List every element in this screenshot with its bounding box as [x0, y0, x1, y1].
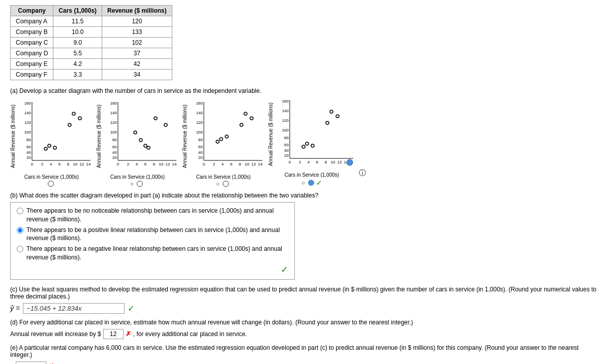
radio-empty-1[interactable]	[48, 181, 54, 187]
svg-text:2: 2	[127, 162, 130, 167]
svg-text:12: 12	[252, 162, 256, 167]
svg-text:4: 4	[50, 162, 52, 167]
mcq-option-2-text: There appears to be a negative linear re…	[26, 245, 288, 262]
svg-point-95	[302, 145, 305, 148]
y-axis-label-2: Annual Revenue ($ millions)	[96, 105, 102, 168]
svg-text:60: 60	[198, 145, 203, 149]
scatter-chart-3: Annual Revenue ($ millions) 160 140 120 …	[182, 100, 265, 187]
svg-point-20	[68, 123, 71, 126]
part-b-label: (b) What does the scatter diagram develo…	[10, 192, 600, 199]
svg-text:2: 2	[213, 162, 216, 167]
svg-text:120: 120	[282, 118, 289, 123]
svg-text:60: 60	[284, 143, 289, 147]
svg-text:140: 140	[196, 111, 203, 115]
svg-text:100: 100	[282, 128, 289, 133]
svg-text:100: 100	[24, 130, 32, 135]
part-c-label: (c) Use the least squares method to deve…	[10, 286, 600, 300]
table-row: Company A11.5120	[11, 16, 172, 27]
mcq-radio-2[interactable]	[17, 246, 23, 252]
svg-text:140: 140	[110, 111, 117, 115]
cell-cars: 11.5	[53, 16, 102, 27]
svg-point-67	[244, 112, 247, 115]
svg-text:140: 140	[24, 111, 32, 115]
scatter-svg-2: 160 140 120 100 80 60 40 20 0 2 4 6 8 10…	[103, 100, 179, 173]
svg-text:0: 0	[117, 162, 119, 167]
part-d-text1: Annual revenue will increase by $	[10, 330, 101, 338]
table-row: Company E4.242	[11, 59, 172, 70]
part-e-input[interactable]	[16, 361, 46, 364]
cell-company: Company F	[11, 70, 53, 80]
equation-input[interactable]	[23, 303, 125, 314]
scatter-plots-row: Annual Revenue ($ millions) 160 140 120 …	[10, 97, 600, 187]
chart3-circle-icon: ○	[216, 181, 220, 187]
scatter-svg-4: 160 140 120 100 80 60 40 20 0 2 4 6 8 10…	[274, 97, 356, 171]
svg-text:8: 8	[239, 162, 241, 167]
svg-text:10: 10	[331, 160, 336, 164]
svg-text:10: 10	[159, 162, 164, 167]
svg-text:160: 160	[24, 101, 32, 106]
svg-text:8: 8	[67, 162, 70, 167]
part-e-row: $ ✗ million	[10, 361, 600, 364]
mcq-option-1[interactable]: There appears to be a positive linear re…	[17, 226, 288, 243]
radio-filled-4[interactable]	[308, 180, 314, 186]
svg-text:8: 8	[325, 160, 327, 164]
svg-text:40: 40	[112, 150, 117, 155]
mcq-box: There appears to be no noticeable relati…	[10, 202, 295, 280]
part-e-label: (e) A particular rental company has 6,00…	[10, 344, 600, 358]
scatter-radio-2[interactable]: ○	[130, 181, 145, 187]
svg-text:140: 140	[282, 109, 289, 113]
cell-revenue: 34	[102, 70, 172, 80]
svg-point-94	[306, 142, 309, 145]
equation-row: ŷ = ✓	[10, 303, 600, 314]
svg-text:40: 40	[26, 150, 31, 155]
col-revenue: Revenue ($ millions)	[102, 6, 172, 16]
cell-company: Company E	[11, 59, 53, 70]
cell-cars: 3.3	[53, 70, 102, 80]
table-row: Company C9.0102	[11, 38, 172, 48]
scatter-radio-1[interactable]	[48, 181, 56, 187]
part-a-label: (a) Develop a scatter diagram with the n…	[10, 87, 600, 94]
x-axis-label-1: Cars in Service (1,000s)	[24, 174, 79, 180]
x-axis-label-4: Cars in Service (1,000s)	[285, 172, 339, 178]
info-icon[interactable]: ⓘ	[359, 169, 366, 178]
data-table: Company Cars (1,000s) Revenue ($ million…	[10, 5, 172, 80]
svg-text:120: 120	[110, 120, 117, 125]
table-row: Company D5.537	[11, 48, 172, 59]
svg-point-69	[225, 135, 228, 138]
cell-cars: 4.2	[53, 59, 102, 70]
table-row: Company F3.334	[11, 70, 172, 80]
svg-text:20: 20	[284, 153, 289, 158]
svg-text:6: 6	[230, 162, 233, 167]
svg-text:100: 100	[196, 130, 203, 135]
cell-revenue: 102	[102, 38, 172, 48]
svg-text:2: 2	[41, 162, 44, 167]
equation-prefix: ŷ =	[10, 304, 20, 312]
mcq-check-icon: ✓	[281, 264, 288, 275]
svg-text:2: 2	[299, 160, 301, 164]
radio-empty-2[interactable]	[137, 181, 143, 187]
scatter-svg-3: 160 140 120 100 80 60 40 20 0 2 4 6 8 10…	[189, 100, 265, 173]
cell-company: Company C	[11, 38, 53, 48]
cell-revenue: 120	[102, 16, 172, 27]
svg-point-93	[311, 144, 314, 147]
cell-company: Company D	[11, 48, 53, 59]
scatter-chart-4: Annual Revenue ($ millions) 160 140 120 …	[268, 97, 356, 187]
mcq-radio-1[interactable]	[17, 227, 23, 234]
part-d-input[interactable]	[103, 329, 124, 339]
cell-company: Company B	[11, 27, 53, 38]
svg-text:12: 12	[338, 160, 342, 164]
mcq-option-2[interactable]: There appears to be a negative linear re…	[17, 245, 288, 262]
cell-cars: 9.0	[53, 38, 102, 48]
svg-point-42	[164, 123, 167, 126]
scatter-radio-3[interactable]: ○	[216, 181, 231, 187]
svg-point-68	[240, 123, 243, 126]
svg-text:160: 160	[196, 101, 203, 106]
svg-text:160: 160	[110, 101, 117, 106]
mcq-radio-0[interactable]	[17, 208, 23, 214]
svg-text:80: 80	[112, 138, 117, 142]
scatter-radio-4[interactable]: ○ ✓	[301, 179, 322, 187]
radio-empty-3[interactable]	[223, 181, 229, 187]
mcq-option-0[interactable]: There appears to be no noticeable relati…	[17, 207, 288, 224]
cell-revenue: 37	[102, 48, 172, 59]
table-row: Company B10.0133	[11, 27, 172, 38]
